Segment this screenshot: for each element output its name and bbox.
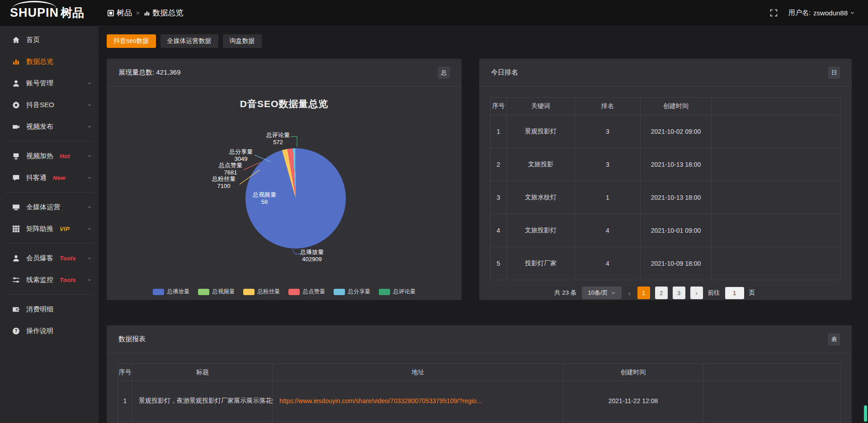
table-row: 2 文旅投影 3 2021-10-13 18:00 bbox=[491, 148, 841, 181]
pagination: 共 23 条 10条/页 ‹ 1 2 3 › 前往 1 页 bbox=[468, 287, 841, 299]
wallet-icon bbox=[12, 306, 20, 313]
sidebar-item-label: 视频加热 bbox=[26, 152, 53, 160]
table-header-row: 序号 关键词 排名 创建时间 bbox=[491, 98, 841, 115]
chevron-down-icon bbox=[88, 125, 91, 128]
pie-label-videos: 总视频量 58 bbox=[244, 191, 285, 205]
cell-created: 2021-10-09 18:00 bbox=[641, 247, 712, 280]
gear-icon bbox=[12, 101, 20, 109]
vip-badge: VIP bbox=[60, 226, 70, 232]
breadcrumb-separator: > bbox=[136, 9, 140, 16]
legend-swatch bbox=[288, 289, 300, 295]
legend-item-likes[interactable]: 总点赞量 bbox=[288, 288, 326, 296]
legend-item-fans[interactable]: 总粉丝量 bbox=[243, 288, 280, 296]
cell-index: 1 bbox=[118, 381, 132, 421]
sidebar-item-matrix-boost[interactable]: 矩阵助推 VIP bbox=[0, 218, 99, 240]
user-menu[interactable]: 用户名: zswodun88 bbox=[788, 9, 854, 17]
table-row: 3 文旅水纹灯 1 2021-10-13 18:00 bbox=[491, 181, 841, 214]
pie-label-name: 总点赞量 bbox=[210, 162, 251, 169]
cell-empty bbox=[712, 247, 841, 280]
fullscreen-icon[interactable] bbox=[770, 9, 778, 17]
question-icon: ? bbox=[12, 327, 20, 335]
sidebar-item-help[interactable]: ? 操作说明 bbox=[0, 320, 99, 342]
legend-item-shares[interactable]: 总分享量 bbox=[334, 288, 371, 296]
main-content: 抖音seo数据 全媒体运营数据 询盘数据 展现量总数: 421,369 总 D音… bbox=[99, 26, 868, 423]
legend-item-videos[interactable]: 总视频量 bbox=[198, 288, 235, 296]
sidebar-item-video-heat[interactable]: 视频加热 Hot bbox=[0, 145, 99, 167]
ranking-panel-header: 今日排名 日 bbox=[479, 59, 852, 87]
table-toggle-button[interactable]: 表 bbox=[828, 334, 840, 345]
cell-created: 2021-11-22 12:08 bbox=[563, 381, 703, 421]
col-header-title: 标题 bbox=[132, 364, 273, 381]
breadcrumb-label: 树品 bbox=[117, 8, 132, 18]
chevron-down-icon bbox=[88, 256, 91, 260]
page-button-2[interactable]: 2 bbox=[655, 287, 668, 299]
table-row: 1 景观投影灯 3 2021-10-02 09:00 bbox=[491, 115, 841, 148]
pagination-total: 共 23 条 bbox=[554, 289, 577, 297]
logo-text-cn: 树品 bbox=[61, 5, 84, 21]
sidebar-divider bbox=[5, 243, 93, 244]
cell-empty bbox=[712, 181, 841, 214]
sidebar-item-label: 首页 bbox=[26, 36, 40, 44]
pie-label-value: 58 bbox=[244, 198, 285, 205]
table-row: 1 景观投影灯，夜游景观投影灯厂家展示展示落花灯在花园里的灯光投影应用效果 # … bbox=[118, 381, 841, 421]
data-source-tabs: 抖音seo数据 全媒体运营数据 询盘数据 bbox=[107, 34, 852, 48]
cell-created: 2021-10-01 09:00 bbox=[641, 214, 712, 247]
sidebar-item-spend-detail[interactable]: 消费明细 bbox=[0, 298, 99, 320]
monitor-icon bbox=[12, 203, 20, 211]
pie-label-shares: 总分享量 3049 bbox=[221, 148, 261, 162]
goto-unit-label: 页 bbox=[749, 289, 755, 297]
next-page-button[interactable]: › bbox=[690, 287, 703, 299]
table-header-row: 序号 标题 地址 创建时间 bbox=[118, 364, 841, 381]
tab-omnimedia-data[interactable]: 全媒体运营数据 bbox=[160, 34, 218, 48]
sidebar-item-label: 视频发布 bbox=[26, 122, 53, 131]
pie-label-comments: 总评论量 572 bbox=[258, 132, 298, 146]
video-camera-icon bbox=[12, 123, 20, 131]
table-row-partial bbox=[118, 421, 841, 423]
legend-item-plays[interactable]: 总播放量 bbox=[153, 288, 190, 296]
sidebar-item-label: 操作说明 bbox=[26, 327, 53, 335]
sidebar-item-member-burst[interactable]: 会员爆客 Tools bbox=[0, 247, 99, 269]
sidebar-item-lead-monitor[interactable]: 线索监控 Tools bbox=[0, 269, 99, 291]
prev-page-button[interactable]: ‹ bbox=[627, 289, 632, 297]
tab-inquiry-data[interactable]: 询盘数据 bbox=[223, 34, 262, 48]
pie-label-value: 7681 bbox=[210, 169, 251, 176]
sidebar-item-home[interactable]: 首页 bbox=[0, 29, 99, 51]
cell-created: 2021-10-13 18:00 bbox=[641, 181, 712, 214]
total-toggle-button[interactable]: 总 bbox=[438, 67, 450, 79]
sidebar-item-doukestone[interactable]: 抖客通 New bbox=[0, 167, 99, 188]
sidebar: 首页 数据总览 账号管理 抖音SEO 视频发布 视频加热 Hot bbox=[0, 26, 99, 423]
chevron-down-icon bbox=[850, 11, 854, 15]
sidebar-item-video-publish[interactable]: 视频发布 bbox=[0, 116, 99, 137]
col-header-index: 序号 bbox=[491, 98, 507, 115]
sliders-icon bbox=[12, 276, 20, 284]
promo-board-icon bbox=[12, 152, 20, 160]
bar-chart-icon bbox=[12, 58, 20, 66]
ranking-panel-title: 今日排名 bbox=[491, 68, 518, 77]
sidebar-item-label: 抖音SEO bbox=[26, 101, 54, 109]
breadcrumb-label: 数据总览 bbox=[153, 8, 184, 18]
sidebar-item-douyin-seo[interactable]: 抖音SEO bbox=[0, 94, 99, 116]
cell-keyword: 文旅水纹灯 bbox=[507, 181, 575, 214]
page-button-3[interactable]: 3 bbox=[673, 287, 685, 299]
sidebar-item-omnimedia[interactable]: 全媒体运营 bbox=[0, 196, 99, 218]
day-toggle-button[interactable]: 日 bbox=[828, 67, 840, 79]
legend-item-comments[interactable]: 总评论量 bbox=[379, 288, 416, 296]
col-header-url: 地址 bbox=[273, 364, 563, 381]
chart-title: D音SEO数据量总览 bbox=[107, 98, 462, 110]
chart-legend: 总播放量 总视频量 总粉丝量 总点赞量 总分享量 总评论量 bbox=[107, 288, 462, 296]
sidebar-item-data-overview[interactable]: 数据总览 bbox=[0, 51, 99, 72]
breadcrumb-item-home[interactable]: 树品 bbox=[108, 8, 132, 18]
report-panel-title: 数据报表 bbox=[118, 335, 146, 343]
video-link[interactable]: https://www.iesdouyin.com/share/video/70… bbox=[279, 397, 482, 404]
chevron-down-icon bbox=[88, 227, 91, 230]
report-panel-header: 数据报表 表 bbox=[107, 325, 852, 353]
sidebar-divider bbox=[5, 192, 93, 193]
sidebar-item-account[interactable]: 账号管理 bbox=[0, 72, 99, 94]
breadcrumb-item-current[interactable]: 数据总览 bbox=[144, 8, 184, 18]
scrollbar-thumb[interactable] bbox=[864, 405, 867, 422]
page-button-1[interactable]: 1 bbox=[637, 287, 650, 299]
goto-page-input[interactable]: 1 bbox=[725, 287, 744, 299]
sidebar-item-label: 会员爆客 bbox=[26, 254, 53, 263]
tab-douyin-seo-data[interactable]: 抖音seo数据 bbox=[107, 34, 156, 48]
page-size-select[interactable]: 10条/页 bbox=[582, 287, 622, 299]
